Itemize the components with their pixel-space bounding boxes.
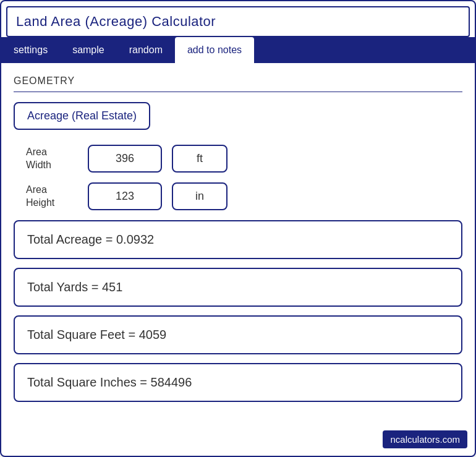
page-title: Land Area (Acreage) Calculator (16, 14, 216, 29)
calculator-type-button[interactable]: Acreage (Real Estate) (14, 102, 150, 130)
main-content: GEOMETRY Acreage (Real Estate) AreaWidth… (1, 63, 475, 423)
tab-add-to-notes[interactable]: add to notes (175, 37, 254, 63)
result-yards: Total Yards = 451 (14, 268, 462, 307)
title-bar: Land Area (Acreage) Calculator (6, 6, 470, 37)
area-width-unit[interactable] (172, 145, 227, 173)
tab-sample[interactable]: sample (60, 37, 117, 63)
geometry-label: GEOMETRY (14, 75, 462, 92)
area-width-row: AreaWidth (14, 145, 462, 173)
area-width-label: AreaWidth (26, 146, 88, 172)
tab-random[interactable]: random (117, 37, 175, 63)
result-acreage: Total Acreage = 0.0932 (14, 220, 462, 259)
area-height-label: AreaHeight (26, 184, 88, 210)
result-square-feet: Total Square Feet = 4059 (14, 315, 462, 354)
tab-settings[interactable]: settings (1, 37, 60, 63)
result-square-inches: Total Square Inches = 584496 (14, 363, 462, 402)
area-width-input[interactable] (88, 145, 162, 173)
calculator-container: Land Area (Acreage) Calculator settings … (0, 0, 476, 457)
area-height-row: AreaHeight (14, 182, 462, 210)
nav-tabs: settings sample random add to notes (1, 37, 475, 63)
area-height-unit[interactable] (172, 182, 227, 210)
branding: ncalculators.com (383, 430, 467, 448)
area-height-input[interactable] (88, 182, 162, 210)
